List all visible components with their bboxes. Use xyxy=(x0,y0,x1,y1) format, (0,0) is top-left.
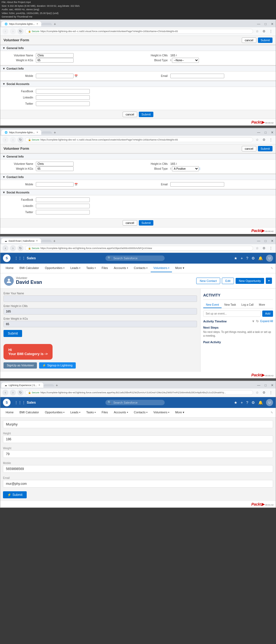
signup-lightning-button-3[interactable]: ⚡ Signup in Lightning xyxy=(39,362,76,369)
menu-btn-4[interactable]: ⋮ xyxy=(268,390,274,395)
blood-type-select-2[interactable]: --None-- A Positive B Positive xyxy=(172,166,199,171)
linkedin-input-2[interactable] xyxy=(36,204,90,208)
minimize-btn-4[interactable]: — xyxy=(256,383,261,388)
minimize-btn-2[interactable]: — xyxy=(256,130,261,135)
sf-apps-icon-3[interactable]: ⋮⋮⋮ xyxy=(14,256,26,260)
mobile-input-2[interactable] xyxy=(36,182,74,187)
submit-button-bottom-1[interactable]: Submit xyxy=(139,112,153,117)
activity-tab-new-task-3[interactable]: New Task xyxy=(222,302,239,308)
reload-btn-4[interactable]: ↻ xyxy=(18,390,23,396)
bell-icon-4[interactable]: 🔔 xyxy=(258,400,263,405)
email-input-2[interactable] xyxy=(170,182,224,187)
social-accounts-header-2[interactable]: ▼ Social Accounts xyxy=(0,189,276,195)
nav-accounts-4[interactable]: Accounts ▾ xyxy=(111,408,130,417)
forward-btn-1[interactable]: › xyxy=(10,28,16,34)
bookmark-btn-2[interactable]: ☆ xyxy=(255,137,260,142)
nav-bmi-3[interactable]: BMI Calculator xyxy=(17,264,42,272)
browser-tab-active-3[interactable]: ☁ David Evan | Salesforce × xyxy=(1,238,41,243)
forward-btn-4[interactable]: › xyxy=(10,390,16,396)
back-btn-2[interactable]: ‹ xyxy=(2,137,8,143)
setup-icon-3[interactable]: ⚙ xyxy=(251,256,255,260)
new-opportunity-dropdown-3[interactable]: ▾ xyxy=(266,278,272,284)
address-bar-3[interactable]: 🔒 Secure https://complete-lightning-dev-… xyxy=(25,246,253,251)
sf-search-input-3[interactable] xyxy=(105,255,165,261)
height-input-4[interactable] xyxy=(3,435,273,443)
browser-tab-active-4[interactable]: ☁ Lightning Experience | S... × xyxy=(1,383,43,388)
name-input-3[interactable] xyxy=(4,295,197,302)
extensions-btn-3[interactable]: ⚙ xyxy=(261,246,267,251)
sf-search-input-4[interactable] xyxy=(105,400,165,405)
browser-tab-new-1[interactable] xyxy=(41,23,52,25)
tab-close-4[interactable]: × xyxy=(39,384,40,387)
extensions-btn-4[interactable]: ⚙ xyxy=(261,390,267,395)
nav-opportunities-3[interactable]: Opportunities ▾ xyxy=(42,264,67,272)
new-tab-button-4[interactable]: + xyxy=(54,383,60,388)
menu-btn-3[interactable]: ⋮ xyxy=(268,246,274,251)
nav-volunteers-3[interactable]: Volunteers ▾ xyxy=(151,264,172,272)
help-icon-4[interactable]: ? xyxy=(246,400,248,405)
restore-btn-1[interactable]: □ xyxy=(264,22,268,26)
browser-tab-new-4[interactable] xyxy=(43,384,54,386)
tab-close-3[interactable]: × xyxy=(36,239,38,242)
edit-button-3[interactable]: Edit xyxy=(222,278,234,284)
restore-btn-4[interactable]: □ xyxy=(264,383,268,388)
last-name-input-4[interactable] xyxy=(3,420,273,428)
mobile-input-4[interactable] xyxy=(3,465,273,473)
facebook-input-1[interactable] xyxy=(36,89,90,94)
nav-files-3[interactable]: Files xyxy=(99,264,111,272)
height-input-3[interactable] xyxy=(4,308,197,315)
new-opportunity-button-3[interactable]: New Opportunity xyxy=(236,278,264,284)
contact-info-header-1[interactable]: ▼ Contact Info xyxy=(0,65,276,71)
reload-btn-1[interactable]: ↻ xyxy=(18,28,23,34)
back-btn-1[interactable]: ‹ xyxy=(2,28,8,34)
reload-btn-3[interactable]: ↻ xyxy=(18,245,23,251)
cancel-button-bottom-1[interactable]: cancel xyxy=(123,112,137,117)
nav-files-4[interactable]: Files xyxy=(99,408,111,417)
nav-more-4[interactable]: More ▾ xyxy=(172,408,187,417)
star-icon-4[interactable]: ★ xyxy=(234,400,237,405)
browser-tab-new-2[interactable] xyxy=(41,131,52,134)
nav-leads-4[interactable]: Leads ▾ xyxy=(68,408,83,417)
forward-btn-3[interactable]: › xyxy=(10,245,16,251)
activity-tab-log-call-3[interactable]: Log a Call xyxy=(239,302,256,308)
contact-info-header-2[interactable]: ▼ Contact Info xyxy=(0,174,276,180)
email-input-4[interactable] xyxy=(3,480,273,488)
back-btn-3[interactable]: ‹ xyxy=(2,245,8,251)
close-btn-1[interactable]: ✕ xyxy=(270,22,275,26)
menu-btn-2[interactable]: ⋮ xyxy=(268,137,274,142)
add-button-3[interactable]: Add xyxy=(262,311,273,317)
social-accounts-header-1[interactable]: ▼ Social Accounts xyxy=(0,81,276,87)
weight-input-4[interactable] xyxy=(3,450,273,458)
tab-close-1[interactable]: × xyxy=(37,22,38,25)
browser-tab-active-1[interactable]: 🌐 https://complete-lightn... × xyxy=(1,21,41,26)
minimize-btn-1[interactable]: — xyxy=(256,22,261,26)
extensions-btn-2[interactable]: ⚙ xyxy=(261,137,267,142)
sf-apps-icon-4[interactable]: ⋮⋮⋮ xyxy=(14,400,26,405)
minimize-btn-3[interactable]: — xyxy=(256,238,261,243)
bmi-submit-button-3[interactable]: Submit xyxy=(4,330,22,337)
volunteer-name-input-1[interactable] xyxy=(36,53,74,58)
twitter-input-2[interactable] xyxy=(36,210,90,214)
browser-tab-new-3[interactable] xyxy=(41,240,52,242)
reload-btn-2[interactable]: ↻ xyxy=(18,137,23,143)
nav-tasks-4[interactable]: Tasks ▾ xyxy=(84,408,98,417)
forward-btn-2[interactable]: › xyxy=(10,137,16,143)
restore-btn-3[interactable]: □ xyxy=(264,238,268,243)
linkedin-input-1[interactable] xyxy=(36,95,90,100)
nav-opportunities-4[interactable]: Opportunities ▾ xyxy=(42,408,67,417)
blood-type-select-1[interactable]: --None-- A Positive B Positive O Positiv… xyxy=(172,58,199,63)
nav-more-3[interactable]: More ▾ xyxy=(172,264,187,272)
new-tab-button-1[interactable]: + xyxy=(52,21,57,27)
weight-input-3[interactable] xyxy=(4,321,197,327)
nav-accounts-3[interactable]: Accounts ▾ xyxy=(111,264,130,272)
nav-bmi-4[interactable]: BMI Calculator xyxy=(17,408,42,417)
bell-icon-3[interactable]: 🔔 xyxy=(258,256,263,260)
submit-button-2[interactable]: Submit xyxy=(258,146,272,151)
setup-icon-4[interactable]: ⚙ xyxy=(251,400,255,405)
close-btn-2[interactable]: ✕ xyxy=(270,130,275,135)
nav-leads-3[interactable]: Leads ▾ xyxy=(68,264,83,272)
general-info-header-1[interactable]: ▼ General Info xyxy=(0,45,276,51)
browser-tab-active-2[interactable]: 🌐 https://complete-lightn... × xyxy=(1,130,41,135)
weight-input-1[interactable] xyxy=(36,58,74,63)
address-bar-1[interactable]: 🔒 Secure https://complete-lightning-dev-… xyxy=(25,29,253,34)
